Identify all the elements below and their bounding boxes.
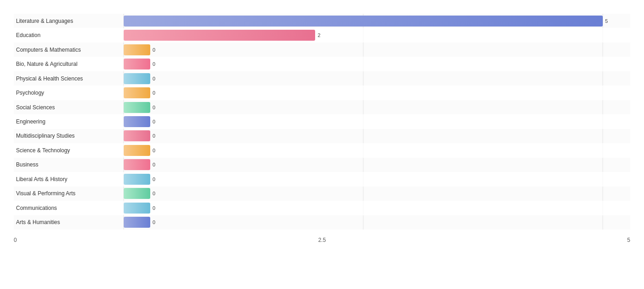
bar-value: 0	[153, 219, 155, 225]
bar-label: Communications	[14, 205, 124, 211]
bar-row: Liberal Arts & History0	[14, 172, 630, 186]
bar-value: 2	[317, 32, 320, 38]
bar-row: Education2	[14, 28, 630, 42]
bar-label: Education	[14, 32, 124, 38]
bar	[124, 203, 150, 214]
bar-label: Liberal Arts & History	[14, 176, 124, 182]
bar-label: Business	[14, 161, 124, 168]
bar-value: 0	[153, 191, 155, 196]
bar	[124, 102, 150, 113]
bar-value: 0	[153, 177, 155, 182]
bar	[124, 116, 150, 127]
bar	[124, 87, 150, 98]
bar-label: Visual & Performing Arts	[14, 190, 124, 197]
bar	[124, 59, 150, 70]
bar-label: Social Sciences	[14, 104, 124, 111]
bar-row: Literature & Languages5	[14, 14, 630, 28]
bar-value: 0	[153, 47, 155, 53]
bar-row: Psychology0	[14, 86, 630, 100]
bar-value: 0	[153, 61, 155, 67]
bar	[124, 44, 150, 55]
x-axis-label: 2.5	[318, 237, 326, 243]
bar-value: 0	[153, 119, 155, 124]
bar	[124, 30, 315, 41]
bar-value: 0	[153, 205, 155, 211]
bar	[124, 188, 150, 199]
bar-label: Computers & Mathematics	[14, 47, 124, 53]
chart-container: Literature & Languages5Education2Compute…	[0, 0, 644, 289]
bar	[124, 159, 150, 170]
bar-row: Engineering0	[14, 114, 630, 128]
x-axis: 02.55	[14, 237, 630, 243]
bar-label: Multidisciplinary Studies	[14, 133, 124, 139]
bar-value: 0	[153, 148, 155, 153]
bar-row: Computers & Mathematics0	[14, 43, 630, 57]
bar-row: Multidisciplinary Studies0	[14, 129, 630, 143]
bar-row: Arts & Humanities0	[14, 215, 630, 230]
bar-label: Science & Technology	[14, 147, 124, 154]
bar-row: Science & Technology0	[14, 143, 630, 157]
bars-container: Literature & Languages5Education2Compute…	[14, 14, 630, 230]
bar-label: Arts & Humanities	[14, 219, 124, 225]
bar-row: Visual & Performing Arts0	[14, 187, 630, 201]
bar-value: 0	[153, 76, 155, 81]
bar-row: Communications0	[14, 201, 630, 215]
bar-label: Literature & Languages	[14, 18, 124, 24]
bar-label: Engineering	[14, 118, 124, 125]
bar	[124, 16, 603, 27]
bar-label: Bio, Nature & Agricultural	[14, 61, 124, 67]
bar-value: 0	[153, 133, 155, 139]
bar-value: 0	[153, 105, 155, 110]
bar	[124, 73, 150, 84]
bar-row: Business0	[14, 158, 630, 172]
bar-row: Social Sciences0	[14, 100, 630, 114]
bar-label: Psychology	[14, 90, 124, 96]
bar-value: 0	[153, 162, 155, 167]
x-axis-label: 5	[627, 237, 630, 243]
chart-area: Literature & Languages5Education2Compute…	[14, 14, 630, 243]
bar	[124, 145, 150, 156]
bar-value: 5	[605, 18, 608, 24]
bar-value: 0	[153, 90, 155, 96]
bar	[124, 130, 150, 141]
bar-row: Bio, Nature & Agricultural0	[14, 57, 630, 71]
x-axis-label: 0	[14, 237, 17, 243]
bar	[124, 217, 150, 228]
bar-row: Physical & Health Sciences0	[14, 71, 630, 86]
bar	[124, 174, 150, 185]
bar-label: Physical & Health Sciences	[14, 75, 124, 82]
